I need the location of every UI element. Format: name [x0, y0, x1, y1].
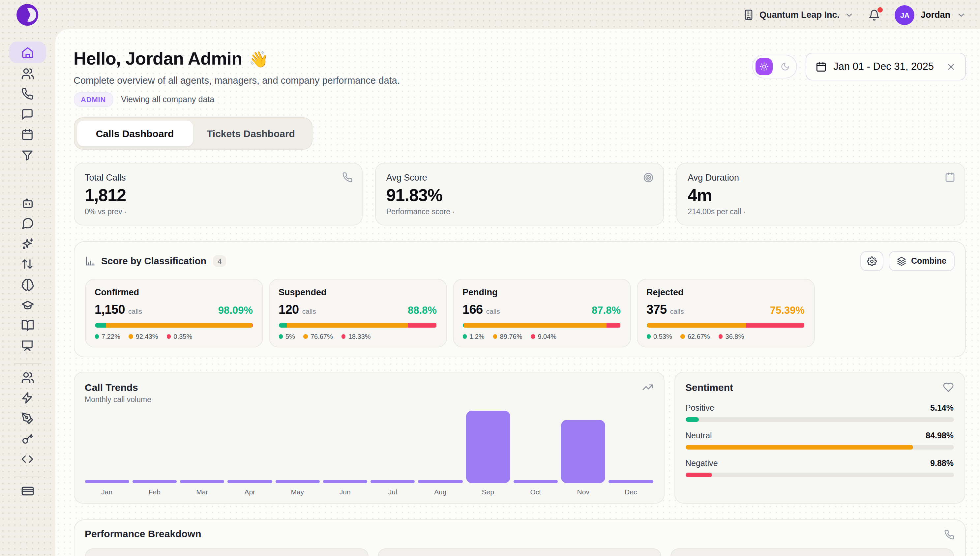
sidebar-item-bot[interactable] — [9, 192, 46, 213]
sidebar-item-presentation[interactable] — [9, 336, 46, 356]
sidebar-item-filters[interactable] — [9, 145, 46, 165]
stats-row: Total Calls 1,812 0% vs prev · Avg Score… — [73, 163, 965, 225]
sidebar-item-billing[interactable] — [9, 480, 46, 501]
page-header: Hello, Jordan Admin 👋 Complete overview … — [73, 49, 400, 107]
stat-card-avg-score: Avg Score 91.83% Performance score · — [375, 163, 664, 225]
users-icon — [21, 67, 34, 80]
theme-toggle[interactable] — [752, 55, 797, 78]
classification-card-rejected: Rejected 375 calls 75.39% 0.53% 62.67% — [637, 279, 815, 348]
bar-jun — [323, 480, 367, 483]
bar-sep — [466, 411, 510, 483]
chevron-down-icon — [956, 10, 965, 19]
home-icon — [21, 46, 34, 59]
sidebar-item-api-keys[interactable] — [9, 428, 46, 449]
sidebar — [0, 0, 55, 556]
page-subtitle: Complete overview of all agents, manager… — [73, 75, 400, 86]
bar-jan — [85, 480, 129, 483]
sentiment-bar-negative — [685, 473, 712, 477]
sidebar-nav — [9, 42, 46, 501]
x-axis-label: Mar — [196, 488, 208, 496]
bar-slot-may: May — [275, 480, 320, 496]
notifications-button[interactable] — [868, 9, 880, 21]
sidebar-item-developer[interactable] — [9, 449, 46, 469]
stat-value: 91.83% — [387, 185, 653, 205]
user-menu[interactable]: JA Jordan — [895, 5, 965, 25]
bar-slot-oct: Oct — [514, 480, 558, 496]
classification-cards: Confirmed 1,150 calls 98.09% 7.22% 92.43… — [85, 279, 954, 348]
sidebar-divider — [13, 363, 41, 364]
moon-icon — [781, 62, 790, 71]
bar-mar — [180, 480, 225, 483]
sentiment-bar-positive — [685, 417, 699, 422]
combine-button[interactable]: Combine — [889, 251, 954, 271]
classification-score: 75.39% — [770, 304, 805, 317]
sidebar-item-calendar[interactable] — [9, 124, 46, 145]
chevron-down-icon — [845, 10, 854, 19]
tab-calls-dashboard[interactable]: Calls Dashboard — [77, 121, 193, 146]
sidebar-item-intelligence[interactable] — [9, 274, 46, 295]
sidebar-item-training[interactable] — [9, 295, 46, 315]
stat-card-avg-duration: Avg Duration 4m 214.00s per call · — [676, 163, 965, 225]
top-bar-right: Quantum Leap Inc. JA Jordan — [743, 0, 965, 30]
sidebar-item-transfers[interactable] — [9, 254, 46, 274]
light-theme-button[interactable] — [755, 58, 773, 75]
sentiment-card: Sentiment Positive 5.14% Neutral 84.98% — [674, 372, 965, 504]
classification-bar — [95, 323, 253, 328]
calendar-icon — [945, 172, 956, 183]
stat-subtext: Performance score · — [387, 208, 653, 215]
sidebar-item-calls[interactable] — [9, 84, 46, 104]
classification-calls: 120 — [278, 302, 299, 317]
brain-icon — [21, 278, 34, 291]
date-range-picker[interactable]: Jan 01 - Dec 31, 2025 — [805, 53, 965, 81]
book-open-icon — [21, 319, 34, 332]
x-axis-label: Oct — [530, 488, 541, 496]
x-axis-label: May — [291, 488, 304, 496]
avatar: JA — [895, 5, 915, 25]
x-axis-label: Aug — [434, 488, 446, 496]
zap-icon — [21, 391, 34, 404]
building-icon — [743, 9, 754, 21]
classification-legend: 0.53% 62.67% 36.8% — [647, 333, 805, 340]
breakdown-card-active-agents: Active Agents — [378, 548, 661, 556]
sidebar-item-library[interactable] — [9, 315, 46, 336]
graduation-cap-icon — [21, 298, 34, 312]
x-axis-label: Dec — [625, 488, 637, 496]
sidebar-item-automations[interactable] — [9, 388, 46, 408]
dark-theme-button[interactable] — [776, 58, 794, 75]
app-logo — [16, 4, 38, 26]
sidebar-item-users[interactable] — [9, 63, 46, 84]
clear-date-icon[interactable] — [946, 61, 956, 71]
stat-subtext: 214.00s per call · — [687, 208, 954, 215]
x-axis-label: Jun — [340, 488, 351, 496]
call-trends-subtitle: Monthly call volume — [85, 396, 653, 403]
stat-value: 1,812 — [85, 185, 351, 205]
sidebar-item-chat[interactable] — [9, 213, 46, 233]
bar-slot-nov: Nov — [561, 420, 606, 496]
phone-icon — [944, 529, 954, 540]
stat-label: Avg Score — [387, 173, 653, 183]
section-title: Score by Classification — [101, 256, 206, 266]
sidebar-item-messages[interactable] — [9, 104, 46, 124]
sidebar-item-ai[interactable] — [9, 233, 46, 254]
org-switcher[interactable]: Quantum Leap Inc. — [743, 9, 854, 21]
sidebar-item-teams[interactable] — [9, 367, 46, 388]
x-axis-label: Sep — [482, 488, 494, 496]
tab-tickets-dashboard[interactable]: Tickets Dashboard — [193, 121, 309, 146]
classification-calls: 166 — [463, 302, 483, 317]
dashboard-tabs: Calls Dashboard Tickets Dashboard — [73, 117, 312, 150]
sidebar-item-design[interactable] — [9, 408, 46, 428]
bar-apr — [228, 480, 272, 483]
score-by-classification-section: Score by Classification 4 Combine Confir… — [73, 241, 965, 357]
calendar-icon — [21, 129, 34, 141]
code-icon — [21, 453, 34, 465]
presentation-icon — [21, 339, 34, 352]
settings-button[interactable] — [860, 251, 883, 271]
classification-score: 87.8% — [592, 304, 621, 317]
classification-bar — [463, 323, 621, 328]
date-range-label: Jan 01 - Dec 31, 2025 — [833, 61, 934, 73]
breakdown-card-total-calls: Total Calls — [85, 548, 369, 556]
key-icon — [21, 432, 34, 445]
sidebar-item-home[interactable] — [9, 42, 46, 63]
bar-chart-icon — [85, 256, 95, 266]
classification-legend: 7.22% 92.43% 0.35% — [95, 333, 253, 340]
